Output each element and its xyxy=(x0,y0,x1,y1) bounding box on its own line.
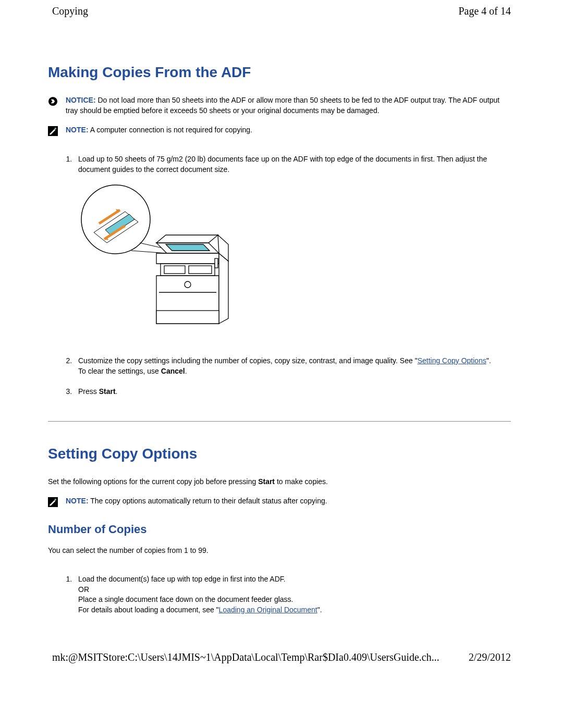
step3-start-bold: Start xyxy=(99,387,116,396)
adf-steps-list: Load up to 50 sheets of 75 g/m2 (20 lb) … xyxy=(48,154,511,397)
heading-adf: Making Copies From the ADF xyxy=(48,64,511,81)
noc-line4-suffix: ". xyxy=(317,606,322,614)
note-text-options: The copy options automatically return to… xyxy=(89,497,327,505)
noc-line1: Load the document(s) face up with top ed… xyxy=(78,575,286,583)
options-intro-suffix: to make copies. xyxy=(275,477,328,486)
page-footer: mk:@MSITStore:C:\Users\14JMIS~1\AppData\… xyxy=(0,646,563,669)
notice-callout: NOTICE: Do not load more than 50 sheets … xyxy=(48,95,511,116)
pencil-icon xyxy=(48,497,59,507)
section-divider xyxy=(48,421,511,422)
svg-point-2 xyxy=(54,128,56,130)
footer-path: mk:@MSITStore:C:\Users\14JMIS~1\AppData\… xyxy=(52,651,439,663)
heading-options: Setting Copy Options xyxy=(48,446,511,462)
step2-line2-prefix: To clear the settings, use xyxy=(78,367,161,375)
footer-date: 2/29/2012 xyxy=(469,651,511,663)
number-of-copies-steps: Load the document(s) face up with top ed… xyxy=(48,574,511,615)
loading-original-document-link[interactable]: Loading an Original Document xyxy=(219,606,317,614)
options-intro: Set the following options for the curren… xyxy=(48,477,511,487)
svg-point-11 xyxy=(185,281,191,288)
notice-icon xyxy=(48,96,59,106)
note-callout-adf: NOTE: A computer connection is not requi… xyxy=(48,125,511,136)
page-header: Copying Page 4 of 14 xyxy=(0,0,563,22)
note-label-adf: NOTE: xyxy=(66,126,89,134)
adf-printer-diagram xyxy=(78,183,511,342)
step3-prefix: Press xyxy=(78,387,99,396)
step3-suffix: . xyxy=(116,387,118,396)
pencil-icon xyxy=(48,126,59,136)
step2-prefix: Customize the copy settings including th… xyxy=(78,356,418,365)
noc-line4-prefix: For details about loading a document, se… xyxy=(78,606,219,614)
svg-line-7 xyxy=(131,251,167,253)
header-title: Copying xyxy=(52,5,88,17)
note-label-options: NOTE: xyxy=(66,497,89,505)
list-item: Press Start. xyxy=(74,387,511,397)
noc-line2: OR xyxy=(78,585,89,594)
list-item: Load the document(s) face up with top ed… xyxy=(74,574,511,615)
noc-line3: Place a single document face down on the… xyxy=(78,595,293,603)
svg-rect-13 xyxy=(215,258,218,268)
step2-cancel-bold: Cancel xyxy=(161,367,185,375)
heading-number-of-copies: Number of Copies xyxy=(48,523,511,536)
notice-text: Do not load more than 50 sheets into the… xyxy=(66,96,499,115)
options-intro-bold: Start xyxy=(258,477,275,486)
svg-rect-8 xyxy=(164,266,185,274)
step2-after-link: ". xyxy=(486,356,491,365)
svg-rect-9 xyxy=(189,266,212,274)
setting-copy-options-link[interactable]: Setting Copy Options xyxy=(418,356,486,365)
number-of-copies-intro: You can select the number of copies from… xyxy=(48,546,511,556)
list-item: Customize the copy settings including th… xyxy=(74,356,511,376)
svg-point-15 xyxy=(54,499,56,501)
notice-label: NOTICE: xyxy=(66,96,96,104)
note-callout-options: NOTE: The copy options automatically ret… xyxy=(48,496,511,507)
step-text: Load up to 50 sheets of 75 g/m2 (20 lb) … xyxy=(78,155,487,174)
step2-line2-suffix: . xyxy=(185,367,187,375)
header-page-indicator: Page 4 of 14 xyxy=(458,5,511,17)
options-intro-prefix: Set the following options for the curren… xyxy=(48,477,258,486)
svg-rect-10 xyxy=(156,311,219,324)
note-text-adf: A computer connection is not required fo… xyxy=(89,126,252,134)
list-item: Load up to 50 sheets of 75 g/m2 (20 lb) … xyxy=(74,154,511,342)
